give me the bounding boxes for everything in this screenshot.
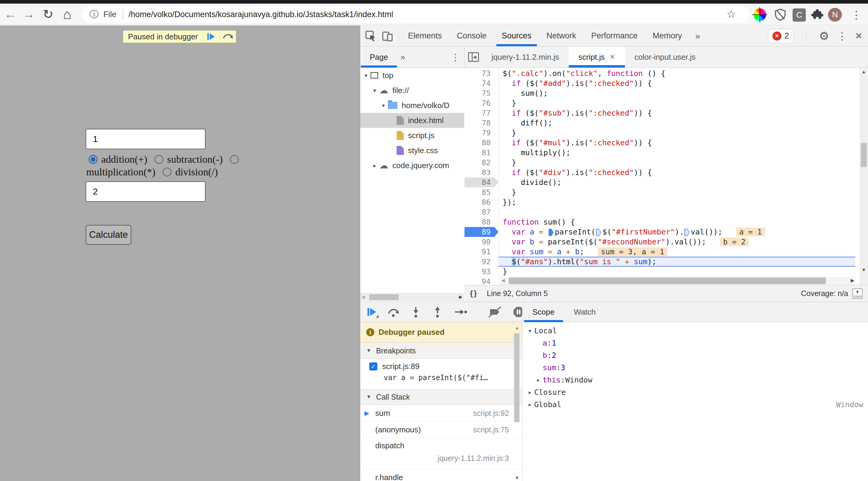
code-text[interactable]: if ($("#div").is(":checked")) {	[498, 167, 856, 178]
call-stack-frame-r-handle[interactable]: r.handle	[360, 469, 522, 481]
scroll-up-icon[interactable]: ▲	[860, 69, 868, 74]
c-extension-icon[interactable]: C	[793, 8, 806, 22]
scroll-down-icon[interactable]: ▼	[860, 267, 868, 272]
collapse-sidebar-icon[interactable]: ◀	[468, 52, 479, 62]
code-text[interactable]: diff();	[498, 118, 856, 128]
line-number[interactable]: 83	[465, 167, 498, 178]
code-text[interactable]: }	[498, 98, 856, 108]
line-number[interactable]: 92	[465, 257, 498, 267]
device-toolbar-icon[interactable]	[381, 30, 394, 42]
page-info-icon[interactable]: ⓘ	[90, 8, 98, 21]
tab-watch[interactable]: Watch	[573, 302, 597, 322]
browser-profile-avatar[interactable]: N	[828, 8, 842, 22]
code-text[interactable]: var b = parseInt($("#secondNumber").val(…	[498, 237, 856, 247]
scope-collapsed-icon[interactable]: ▶	[534, 377, 542, 383]
editor-tab-jquery-1-11-2-min-js[interactable]: jquery-1.11.2.min.js	[482, 46, 569, 68]
tree-item-home-volko-d[interactable]: ▾home/volko/D	[360, 98, 464, 113]
editor-hscrollbar-thumb[interactable]	[509, 278, 826, 284]
line-number[interactable]: 76	[465, 98, 498, 108]
editor-tab-script-js[interactable]: script.js✕	[569, 46, 625, 68]
code-text[interactable]: }	[498, 267, 856, 277]
line-number[interactable]: 86	[465, 197, 498, 207]
tree-item-script-js[interactable]: script.js	[360, 128, 464, 143]
breakpoint-checkbox[interactable]: ✓	[369, 362, 377, 371]
code-text[interactable]: $(".calc").on("click", function () {	[498, 68, 856, 78]
scroll-left-icon[interactable]: ◀	[362, 294, 365, 300]
error-count-badge[interactable]: ✕ 2	[768, 29, 794, 43]
sidebar-scrollbar-thumb[interactable]	[514, 333, 520, 422]
radio-unselected[interactable]	[230, 155, 239, 164]
inline-step-marker-icon[interactable]	[596, 229, 601, 236]
tree-horizontal-scrollbar[interactable]: ◀ ▶	[360, 293, 464, 301]
bookmark-star-icon[interactable]: ☆	[726, 8, 736, 21]
breakpoints-section-header[interactable]: ▼ Breakpoints	[360, 343, 522, 359]
breakpoint-line-number[interactable]: 89	[465, 227, 498, 237]
scope-row-global[interactable]: ▶GlobalWindow	[523, 398, 868, 411]
line-number[interactable]: 88	[465, 217, 498, 227]
step-out-button[interactable]	[432, 306, 443, 318]
editor-tab-color-input-user-js[interactable]: color-input.user.js	[625, 46, 706, 68]
code-text[interactable]	[498, 207, 856, 217]
adblock-shield-extension-icon[interactable]	[773, 8, 787, 22]
inline-step-marker-icon[interactable]	[684, 229, 689, 236]
execution-line-code[interactable]: $("#ans").html("sum is " + sum);	[498, 257, 856, 267]
tab-page[interactable]: Page	[361, 46, 397, 68]
devtools-tab-network[interactable]: Network	[546, 26, 577, 46]
step-over-button[interactable]	[387, 307, 400, 317]
code-text[interactable]: var a = parseInt($("#firstNumber").val()…	[498, 227, 856, 237]
line-number[interactable]: 82	[465, 158, 498, 167]
line-number[interactable]: 74	[465, 78, 498, 88]
banner-resume-button[interactable]	[203, 31, 219, 43]
line-number[interactable]: 77	[465, 108, 498, 118]
code-text[interactable]: if ($("#add").is(":checked")) {	[498, 78, 856, 88]
line-number[interactable]: 79	[465, 128, 498, 138]
inspect-element-icon[interactable]	[365, 30, 377, 42]
devtools-menu-icon[interactable]: ⋮	[837, 30, 847, 42]
scope-row-local[interactable]: ▼Local	[523, 325, 868, 337]
line-number[interactable]: 80	[465, 138, 498, 148]
pretty-print-button[interactable]: {}	[470, 289, 478, 298]
radio-selected[interactable]	[89, 155, 98, 164]
more-panels-icon[interactable]: »	[695, 31, 700, 41]
editor-tab-close-icon[interactable]: ✕	[610, 53, 615, 61]
tree-expanded-icon[interactable]: ▾	[362, 72, 370, 79]
step-into-button[interactable]	[410, 306, 421, 318]
calculate-button[interactable]: Calculate	[86, 225, 131, 245]
step-button[interactable]	[454, 307, 467, 317]
line-number[interactable]: 91	[465, 247, 498, 257]
code-text[interactable]: if ($("#mul").is(":checked")) {	[498, 138, 856, 148]
tree-expanded-icon[interactable]: ▾	[370, 87, 379, 94]
extensions-puzzle-icon[interactable]	[811, 8, 825, 22]
radio-unselected[interactable]	[162, 167, 172, 177]
tree-collapsed-icon[interactable]: ▸	[370, 162, 379, 169]
editor-horizontal-scrollbar[interactable]: ◀ ▶	[500, 277, 856, 285]
back-button[interactable]: ←	[2, 4, 19, 25]
scope-row-this[interactable]: ▶this: Window	[523, 374, 868, 386]
home-button[interactable]: ⌂	[59, 4, 76, 25]
scope-row-closure[interactable]: ▶Closure	[523, 386, 868, 398]
forward-button[interactable]: →	[21, 4, 37, 25]
line-number[interactable]: 81	[465, 148, 498, 158]
scope-collapsed-icon[interactable]: ▶	[526, 402, 534, 408]
tree-item-file-[interactable]: ▾☁file://	[360, 83, 464, 98]
resume-script-button[interactable]	[367, 308, 376, 316]
scroll-down-icon[interactable]: ▼	[513, 475, 521, 480]
sidebar-more-tabs-icon[interactable]: »	[401, 46, 405, 68]
devtools-tab-console[interactable]: Console	[456, 26, 487, 46]
scope-collapsed-icon[interactable]: ▶	[526, 390, 534, 395]
scroll-left-icon[interactable]: ◀	[501, 278, 505, 283]
coverage-popover-icon[interactable]: ▼	[852, 289, 863, 299]
line-number[interactable]: 73	[465, 68, 498, 78]
code-text[interactable]: multiply();	[498, 148, 856, 158]
code-text[interactable]: }	[498, 158, 856, 167]
code-text[interactable]: }	[498, 128, 856, 138]
line-number[interactable]: 85	[465, 187, 498, 197]
line-number[interactable]: 93	[465, 267, 498, 277]
code-text[interactable]: var sum = a + b;sum = 3, a = 1	[498, 247, 856, 257]
devtools-close-icon[interactable]: ✕	[855, 31, 863, 41]
tree-item-code-jquery-com[interactable]: ▸☁code.jquery.com	[360, 158, 464, 173]
line-number[interactable]: 78	[465, 118, 498, 128]
pause-on-exceptions-button[interactable]	[513, 306, 523, 318]
line-number[interactable]: 87	[465, 207, 498, 217]
line-number[interactable]: 84	[465, 178, 498, 187]
